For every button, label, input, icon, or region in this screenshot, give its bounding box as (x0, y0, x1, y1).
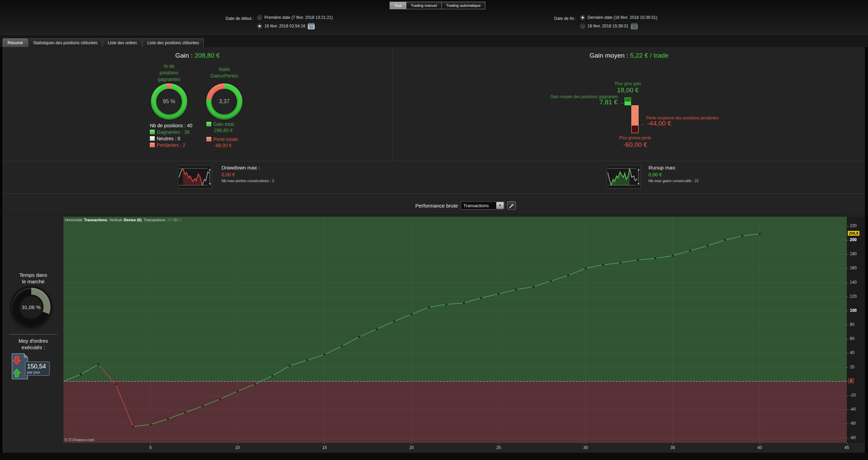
date-start-first-radio[interactable] (257, 15, 262, 20)
y-tick-mark (847, 254, 848, 255)
y-axis-label: 60 (850, 336, 854, 341)
tab-liste-ordres[interactable]: Liste des ordres (103, 38, 142, 47)
tab-resume[interactable]: Résumé (3, 38, 28, 47)
wrench-icon (509, 203, 514, 208)
x-tick-mark (760, 443, 760, 444)
data-point (463, 302, 465, 304)
data-point (602, 264, 604, 266)
gain-moyen-label: Gain moyen : (590, 52, 630, 59)
right-arrow-icon: → (619, 100, 624, 105)
date-start-custom-radio[interactable] (257, 24, 262, 28)
data-point (358, 336, 360, 338)
data-point (706, 245, 709, 247)
performance-mode-select[interactable]: Transactions ▼ (461, 201, 504, 210)
perf-row: Performance brute Transactions ▼ (3, 194, 865, 214)
x-axis-label: 15 (321, 445, 328, 450)
legend-neutres: Neutres : 0 (150, 135, 192, 142)
tab-statistiques[interactable]: Statistiques des positions clôturées (28, 38, 102, 47)
data-point (376, 328, 378, 330)
drawdown-chart-icon (178, 165, 212, 189)
orders-rate-unit: par jour (27, 370, 48, 374)
sidebar-divider (9, 334, 57, 334)
y-axis-label: 80 (850, 322, 854, 327)
calendar-icon[interactable] (631, 23, 638, 30)
x-axis-label: 45 (843, 445, 850, 450)
select-value: Transactions (461, 203, 496, 208)
y-tick-mark (847, 297, 848, 297)
metrics-row: Drawdown max : 0,00 € Nb max pertes cons… (3, 161, 865, 194)
orders-rate-value: 150,54 (27, 363, 48, 370)
y-tick-mark (847, 438, 848, 438)
y-tick-mark (847, 268, 848, 269)
data-point (480, 297, 482, 299)
data-point (445, 303, 447, 305)
drawdown-block: Drawdown max : 0,00 € Nb max pertes cons… (222, 165, 274, 183)
tab-tout[interactable]: Tout (390, 2, 406, 9)
legend-nb-positions: Nb de positions : 40 (150, 122, 192, 129)
positive-band (63, 217, 847, 381)
perte-totale-value: -88,00 € (206, 142, 240, 149)
gain-total-value: 296,80 € (206, 127, 240, 134)
y-axis-label: 140 (850, 280, 857, 285)
runup-sub: Nb max gains consécutifs : 21 (649, 179, 699, 183)
plot-header: Horizontal: Transactions, Vertical: Devi… (65, 218, 182, 222)
legend-perdantes: Perdantes : 2 (150, 142, 192, 148)
time-in-market-value: 31,06 % (12, 288, 50, 326)
data-point (115, 383, 117, 385)
data-point (254, 383, 256, 385)
positions-legend: Nb de positions : 40 Gagnantes : 38 Neut… (150, 122, 192, 148)
x-tick-mark (412, 443, 412, 444)
win-rate-value: 95 % (151, 83, 187, 120)
calendar-icon[interactable] (308, 23, 315, 30)
y-tick-mark (847, 226, 848, 226)
x-tick-mark (673, 443, 673, 444)
negative-band (63, 381, 847, 443)
y-tick-mark (847, 424, 848, 424)
date-end-label: Date de fin : (554, 15, 580, 30)
tab-liste-positions[interactable]: Liste des positions clôturées (143, 38, 204, 47)
orders-title: Moy d'ordres exécutés : (3, 338, 63, 351)
gain-section: Gain : 208,80 € % de positions gagnantes… (3, 47, 392, 161)
y-tick-mark (847, 396, 848, 396)
data-point (428, 306, 430, 308)
x-tick-mark (324, 443, 325, 444)
data-point (724, 239, 726, 241)
y-tick-mark (847, 367, 848, 368)
date-end-custom-radio[interactable] (580, 24, 585, 28)
plus-grosse-perte-label: Plus grosse perte (601, 135, 669, 140)
y-axis-label: 40 (850, 350, 854, 355)
data-point (271, 375, 273, 377)
runup-block: Runup max: 0,00 € Nb max gains consécuti… (649, 165, 699, 183)
ratio-value: 3,37 (206, 83, 242, 120)
data-point (393, 320, 395, 322)
current-value-badge: 208,8 (848, 231, 859, 236)
top-header: Tout Trading manuel Trading automatique … (0, 0, 868, 35)
scope-tab-group: Tout Trading manuel Trading automatique (390, 2, 485, 9)
data-point (584, 267, 586, 269)
runup-chart-icon (607, 165, 641, 189)
date-end-last-radio[interactable] (580, 15, 585, 20)
data-point (550, 280, 552, 282)
y-tick-mark (847, 339, 848, 339)
plus-gros-gain-label: Plus gros gain (594, 81, 662, 86)
data-point (567, 274, 569, 276)
legend-gain-total: Gain total : (206, 121, 240, 127)
chevron-down-icon[interactable]: ▼ (496, 202, 504, 209)
equity-plot[interactable]: Horizontal: Transactions, Vertical: Devi… (63, 217, 847, 443)
tab-trading-manuel[interactable]: Trading manuel (406, 2, 442, 9)
x-axis: 51015202530354045 (63, 443, 847, 453)
data-point (184, 411, 186, 413)
red-swatch-icon (150, 143, 155, 147)
x-axis-label: 10 (234, 445, 241, 450)
gain-moyen-section: Gain moyen : 5,22 € / trade Plus gros ga… (392, 47, 865, 161)
data-point (219, 398, 221, 400)
data-point (80, 373, 82, 375)
green-swatch-icon (206, 122, 211, 126)
plus-grosse-perte-value: -60,00 € (601, 141, 669, 149)
data-point (236, 390, 238, 392)
ratio-title: Ratio Gains/Pertes (181, 66, 267, 79)
data-point (306, 359, 308, 361)
tab-trading-automatique[interactable]: Trading automatique (442, 2, 485, 9)
chart-settings-button[interactable] (507, 201, 516, 210)
x-tick-mark (847, 443, 847, 444)
